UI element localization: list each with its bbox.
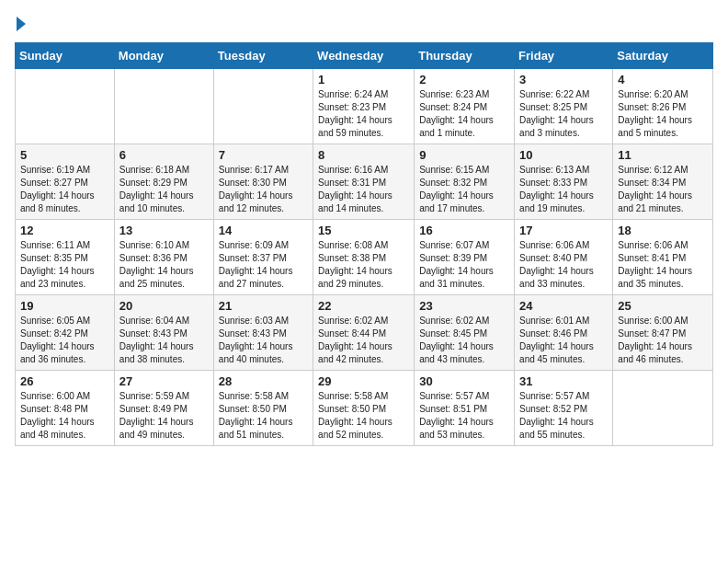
calendar-day-cell: 30 Sunrise: 5:57 AM Sunset: 8:51 PM Dayl… (415, 371, 515, 446)
day-info: Sunrise: 6:19 AM Sunset: 8:27 PM Dayligh… (20, 164, 109, 215)
day-number: 25 (618, 299, 708, 313)
sunset-text: Sunset: 8:46 PM (519, 328, 587, 339)
sunset-text: Sunset: 8:51 PM (419, 404, 487, 414)
day-number: 23 (419, 299, 509, 313)
day-number: 9 (419, 148, 509, 162)
day-info: Sunrise: 6:02 AM Sunset: 8:44 PM Dayligh… (318, 315, 409, 366)
sunset-text: Sunset: 8:34 PM (618, 178, 686, 188)
day-info: Sunrise: 6:02 AM Sunset: 8:45 PM Dayligh… (419, 315, 509, 366)
daylight-text: Daylight: 14 hours and 52 minutes. (318, 417, 392, 440)
day-info: Sunrise: 6:11 AM Sunset: 8:35 PM Dayligh… (20, 239, 109, 291)
day-number: 30 (419, 374, 509, 388)
sunset-text: Sunset: 8:43 PM (219, 328, 287, 339)
calendar-day-cell: 12 Sunrise: 6:11 AM Sunset: 8:35 PM Dayl… (16, 220, 115, 295)
calendar-day-cell: 5 Sunrise: 6:19 AM Sunset: 8:27 PM Dayli… (16, 144, 115, 220)
calendar-day-cell: 4 Sunrise: 6:20 AM Sunset: 8:26 PM Dayli… (613, 69, 713, 144)
sunrise-text: Sunrise: 6:11 AM (20, 240, 90, 250)
calendar-day-cell: 14 Sunrise: 6:09 AM Sunset: 8:37 PM Dayl… (213, 220, 313, 295)
calendar-week-row: 19 Sunrise: 6:05 AM Sunset: 8:42 PM Dayl… (16, 295, 713, 371)
daylight-text: Daylight: 14 hours and 17 minutes. (419, 190, 494, 213)
calendar-week-row: 12 Sunrise: 6:11 AM Sunset: 8:35 PM Dayl… (16, 220, 713, 295)
sunrise-text: Sunrise: 6:09 AM (219, 240, 289, 250)
day-of-week-header: Tuesday (213, 43, 313, 69)
day-number: 12 (20, 224, 109, 237)
day-info: Sunrise: 6:06 AM Sunset: 8:41 PM Dayligh… (618, 239, 708, 291)
calendar-week-row: 26 Sunrise: 6:00 AM Sunset: 8:48 PM Dayl… (16, 371, 713, 446)
sunrise-text: Sunrise: 6:23 AM (419, 89, 489, 99)
page-header (15, 15, 713, 31)
day-info: Sunrise: 6:03 AM Sunset: 8:43 PM Dayligh… (219, 315, 308, 366)
sunset-text: Sunset: 8:29 PM (119, 178, 188, 188)
day-number: 22 (318, 299, 409, 313)
day-of-week-header: Friday (515, 43, 613, 69)
calendar-day-cell: 27 Sunrise: 5:59 AM Sunset: 8:49 PM Dayl… (114, 371, 213, 446)
day-number: 6 (119, 148, 209, 162)
sunrise-text: Sunrise: 6:00 AM (618, 316, 688, 326)
day-info: Sunrise: 6:17 AM Sunset: 8:30 PM Dayligh… (219, 164, 308, 215)
logo-arrow-icon (17, 17, 26, 31)
sunrise-text: Sunrise: 6:16 AM (318, 165, 388, 175)
daylight-text: Daylight: 14 hours and 19 minutes. (519, 190, 594, 213)
calendar-table: SundayMondayTuesdayWednesdayThursdayFrid… (15, 42, 713, 446)
calendar-day-cell (16, 69, 115, 144)
daylight-text: Daylight: 14 hours and 14 minutes. (318, 190, 392, 213)
sunset-text: Sunset: 8:36 PM (119, 253, 188, 263)
sunrise-text: Sunrise: 6:12 AM (618, 165, 688, 175)
calendar-day-cell: 19 Sunrise: 6:05 AM Sunset: 8:42 PM Dayl… (16, 295, 115, 371)
day-of-week-header: Monday (114, 43, 213, 69)
day-number: 26 (20, 374, 109, 388)
sunset-text: Sunset: 8:23 PM (318, 102, 386, 112)
sunset-text: Sunset: 8:32 PM (419, 178, 487, 188)
daylight-text: Daylight: 14 hours and 25 minutes. (119, 266, 194, 289)
sunset-text: Sunset: 8:39 PM (419, 253, 487, 263)
day-info: Sunrise: 6:20 AM Sunset: 8:26 PM Dayligh… (618, 88, 708, 140)
day-info: Sunrise: 5:58 AM Sunset: 8:50 PM Dayligh… (219, 390, 308, 442)
calendar-day-cell: 15 Sunrise: 6:08 AM Sunset: 8:38 PM Dayl… (313, 220, 415, 295)
day-number: 13 (119, 224, 209, 237)
sunrise-text: Sunrise: 6:15 AM (419, 165, 489, 175)
day-info: Sunrise: 5:57 AM Sunset: 8:52 PM Dayligh… (519, 390, 608, 442)
calendar-day-cell: 21 Sunrise: 6:03 AM Sunset: 8:43 PM Dayl… (213, 295, 313, 371)
day-number: 8 (318, 148, 409, 162)
day-number: 16 (419, 224, 509, 237)
day-number: 5 (20, 148, 109, 162)
day-info: Sunrise: 6:13 AM Sunset: 8:33 PM Dayligh… (519, 164, 608, 215)
sunset-text: Sunset: 8:43 PM (119, 328, 188, 339)
daylight-text: Daylight: 14 hours and 29 minutes. (318, 266, 392, 289)
sunset-text: Sunset: 8:41 PM (618, 253, 686, 263)
daylight-text: Daylight: 14 hours and 10 minutes. (119, 190, 194, 213)
calendar-day-cell: 11 Sunrise: 6:12 AM Sunset: 8:34 PM Dayl… (613, 144, 713, 220)
sunset-text: Sunset: 8:44 PM (318, 328, 386, 339)
sunrise-text: Sunrise: 6:18 AM (119, 165, 189, 175)
sunset-text: Sunset: 8:38 PM (318, 253, 386, 263)
calendar-day-cell (613, 371, 713, 446)
day-number: 3 (519, 73, 608, 86)
day-number: 20 (119, 299, 209, 313)
daylight-text: Daylight: 14 hours and 42 minutes. (318, 341, 392, 364)
daylight-text: Daylight: 14 hours and 46 minutes. (618, 341, 692, 364)
sunset-text: Sunset: 8:49 PM (119, 404, 188, 414)
day-info: Sunrise: 5:58 AM Sunset: 8:50 PM Dayligh… (318, 390, 409, 442)
daylight-text: Daylight: 14 hours and 40 minutes. (219, 341, 293, 364)
day-number: 15 (318, 224, 409, 237)
sunset-text: Sunset: 8:47 PM (618, 328, 686, 339)
day-number: 2 (419, 73, 509, 86)
sunset-text: Sunset: 8:26 PM (618, 102, 686, 112)
day-info: Sunrise: 5:59 AM Sunset: 8:49 PM Dayligh… (119, 390, 209, 442)
daylight-text: Daylight: 14 hours and 27 minutes. (219, 266, 293, 289)
calendar-day-cell (114, 69, 213, 144)
day-of-week-header: Saturday (613, 43, 713, 69)
sunrise-text: Sunrise: 5:58 AM (219, 391, 289, 401)
day-number: 4 (618, 73, 708, 86)
calendar-day-cell: 6 Sunrise: 6:18 AM Sunset: 8:29 PM Dayli… (114, 144, 213, 220)
day-number: 28 (219, 374, 308, 388)
day-info: Sunrise: 6:16 AM Sunset: 8:31 PM Dayligh… (318, 164, 409, 215)
day-info: Sunrise: 6:18 AM Sunset: 8:29 PM Dayligh… (119, 164, 209, 215)
sunset-text: Sunset: 8:37 PM (219, 253, 287, 263)
sunrise-text: Sunrise: 6:19 AM (20, 165, 90, 175)
day-info: Sunrise: 5:57 AM Sunset: 8:51 PM Dayligh… (419, 390, 509, 442)
calendar-header-row: SundayMondayTuesdayWednesdayThursdayFrid… (16, 43, 713, 69)
sunrise-text: Sunrise: 6:20 AM (618, 89, 688, 99)
calendar-day-cell: 29 Sunrise: 5:58 AM Sunset: 8:50 PM Dayl… (313, 371, 415, 446)
sunrise-text: Sunrise: 5:57 AM (419, 391, 489, 401)
